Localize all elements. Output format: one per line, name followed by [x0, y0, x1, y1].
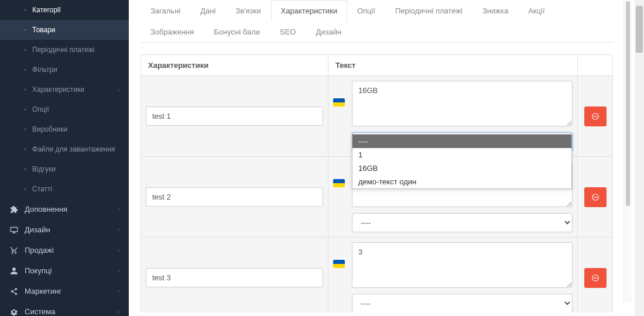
dropdown-list: ----116GBдемо-текст один	[352, 134, 572, 189]
tab-7[interactable]: Акції	[518, 0, 554, 22]
chevron-right-icon: ›	[118, 206, 119, 212]
chevron-right-icon: ›	[118, 226, 119, 233]
sidebar-item-label: Маркетинг	[25, 287, 118, 296]
sidebar-item-5[interactable]: »Опції	[0, 99, 129, 119]
table-header: Характеристики Текст	[141, 55, 612, 76]
sidebar-item-3[interactable]: »Фільтри	[0, 60, 129, 80]
sidebar-item-label: Покупці	[25, 266, 118, 275]
sidebar-item-7[interactable]: »Файли для завантаження	[0, 139, 129, 159]
chevron-right-icon: ›	[118, 267, 119, 274]
minus-circle-icon	[591, 274, 600, 282]
sidebar-item-label: Доповнення	[25, 205, 118, 214]
text-textarea[interactable]	[352, 242, 573, 288]
tab-10[interactable]: SEO	[270, 21, 306, 43]
sidebar-item-8[interactable]: »Відгуки	[0, 159, 129, 179]
tab-6[interactable]: Знижка	[472, 0, 518, 22]
text-select[interactable]: ----	[352, 294, 573, 313]
attributes-table: Характеристики Текст --------116GBдемо-т…	[141, 54, 613, 316]
chevron-right-icon: ›	[118, 308, 119, 315]
remove-button[interactable]	[584, 268, 607, 288]
chevron-right-icon: ›	[118, 87, 119, 93]
chevron-right-icon: »	[23, 87, 26, 92]
sidebar-item-label: Товари	[32, 26, 119, 34]
chevron-right-icon: »	[23, 186, 26, 192]
sidebar-item-6[interactable]: »Виробники	[0, 119, 129, 139]
header-attribute: Характеристики	[141, 55, 328, 75]
puzzle-icon	[9, 205, 19, 214]
chevron-right-icon: »	[23, 7, 26, 13]
minus-circle-icon	[591, 112, 600, 121]
inner-scrollbar[interactable]	[624, 0, 632, 303]
attribute-input[interactable]	[146, 268, 323, 287]
sidebar-item-12[interactable]: Продажі›	[0, 240, 129, 260]
sidebar-item-10[interactable]: Доповнення›	[0, 199, 129, 219]
attribute-input[interactable]	[146, 107, 323, 126]
sidebar-item-label: Відгуки	[32, 165, 119, 173]
flag-ua-icon	[333, 98, 345, 107]
remove-button[interactable]	[584, 107, 607, 126]
user-icon	[9, 267, 19, 275]
tab-0[interactable]: Загальні	[141, 0, 190, 22]
monitor-icon	[9, 226, 19, 234]
dropdown-option[interactable]: 1	[352, 148, 571, 162]
sidebar-item-15[interactable]: Система›	[0, 301, 129, 316]
chevron-right-icon: »	[23, 67, 26, 73]
sidebar-item-13[interactable]: Покупці›	[0, 260, 129, 281]
chevron-right-icon: ›	[118, 288, 119, 294]
flag-ua-icon	[333, 179, 345, 187]
tab-2[interactable]: Зв'язки	[225, 0, 270, 22]
gear-icon	[9, 308, 19, 316]
sidebar-item-9[interactable]: »Статті	[0, 179, 129, 199]
sidebar-item-label: Файли для завантаження	[32, 145, 119, 153]
chevron-right-icon: »	[23, 27, 26, 33]
tab-8[interactable]: Зображення	[141, 21, 204, 43]
sidebar-item-11[interactable]: Дизайн›	[0, 219, 129, 240]
tab-11[interactable]: Дизайн	[306, 21, 351, 43]
chevron-right-icon: »	[23, 146, 26, 152]
sidebar-item-0[interactable]: »Категорії	[0, 0, 129, 20]
dropdown-option[interactable]: демо-текст один	[352, 175, 571, 188]
chevron-right-icon: »	[23, 166, 26, 172]
outer-scrollbar[interactable]	[635, 0, 644, 316]
share-icon	[9, 287, 19, 296]
chevron-right-icon: »	[23, 47, 26, 53]
tab-4[interactable]: Опції	[347, 0, 385, 22]
remove-button[interactable]	[584, 187, 607, 207]
sidebar-item-1[interactable]: »Товари	[0, 20, 129, 40]
sidebar-item-label: Виробники	[32, 125, 119, 133]
sidebar-item-label: Періодичні платежі	[32, 46, 119, 54]
flag-ua-icon	[333, 260, 345, 268]
sidebar-item-label: Характеристики	[32, 85, 118, 94]
cart-icon	[9, 246, 19, 255]
minus-circle-icon	[591, 193, 600, 201]
sidebar-item-4[interactable]: »Характеристики›	[0, 80, 129, 99]
header-actions	[577, 55, 612, 75]
text-select[interactable]: ----	[352, 213, 573, 232]
header-text: Текст	[328, 55, 577, 75]
dropdown-option[interactable]: 16GB	[352, 162, 571, 175]
sidebar-item-label: Категорії	[32, 6, 119, 14]
sidebar-item-label: Фільтри	[32, 66, 119, 74]
sidebar-item-label: Продажі	[25, 246, 118, 255]
sidebar-item-14[interactable]: Маркетинг›	[0, 281, 129, 301]
tab-5[interactable]: Періодичні платежі	[385, 0, 472, 22]
sidebar-item-label: Опції	[32, 105, 119, 114]
tab-1[interactable]: Дані	[190, 0, 225, 22]
tab-3[interactable]: Характеристики	[271, 0, 347, 22]
chevron-right-icon: ›	[118, 247, 119, 253]
sidebar-item-label: Статті	[32, 185, 119, 193]
chevron-right-icon: »	[23, 107, 26, 112]
main-content: ЗагальніДаніЗв'язкиХарактеристикиОпціїПе…	[129, 0, 644, 316]
chevron-right-icon: »	[23, 126, 26, 132]
horizontal-scrollbar[interactable]	[129, 312, 635, 316]
sidebar-item-2[interactable]: »Періодичні платежі	[0, 40, 129, 60]
sidebar: »Категорії»Товари»Періодичні платежі»Філ…	[0, 0, 129, 316]
text-textarea[interactable]	[352, 81, 573, 126]
attribute-input[interactable]	[146, 187, 323, 207]
tab-9[interactable]: Бонусні бали	[204, 21, 270, 43]
table-row: --------116GBдемо-текст один	[141, 76, 612, 157]
sidebar-item-label: Дизайн	[25, 225, 118, 234]
dropdown-option[interactable]: ----	[352, 135, 571, 148]
table-row: ----	[141, 238, 612, 316]
tabs: ЗагальніДаніЗв'язкиХарактеристикиОпціїПе…	[141, 0, 613, 43]
